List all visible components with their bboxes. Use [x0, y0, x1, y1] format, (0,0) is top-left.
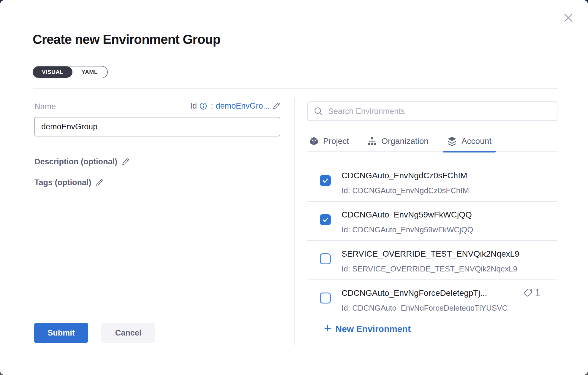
- tab-project-label: Project: [323, 136, 349, 146]
- tab-organization-label: Organization: [381, 136, 429, 146]
- tab-account-label: Account: [461, 136, 491, 146]
- toggle-yaml[interactable]: YAML: [72, 66, 107, 78]
- environment-id: Id: CDCNGAuto_EnvNgForceDeletegpTjYUSVC: [342, 303, 557, 311]
- screen: Create new Environment Group VISUAL YAML…: [0, 0, 588, 375]
- environment-list-item[interactable]: SERVICE_OVERRIDE_TEST_ENVQik2NqexL9 Id: …: [307, 241, 557, 280]
- scope-tabs: Project Organization Account: [307, 131, 557, 152]
- new-environment-label: New Environment: [336, 324, 411, 334]
- environment-name: CDCNGAuto_EnvNg59wFkWCjQQ: [342, 210, 557, 220]
- environment-list: CDCNGAuto_EnvNgdCz0sFChIM Id: CDCNGAuto_…: [307, 163, 557, 311]
- submit-button[interactable]: Submit: [34, 323, 88, 343]
- id-label: Id: [190, 101, 197, 111]
- environment-list-item[interactable]: CDCNGAuto_EnvNgForceDeletegpTj... Id: CD…: [307, 280, 557, 311]
- tab-project[interactable]: Project: [307, 131, 351, 151]
- environment-checkbox-checked[interactable]: [320, 214, 331, 225]
- tab-organization[interactable]: Organization: [366, 131, 430, 151]
- edit-description-pencil-icon[interactable]: [121, 158, 129, 166]
- create-environment-group-modal: Create new Environment Group VISUAL YAML…: [0, 0, 588, 375]
- environment-list-item[interactable]: CDCNGAuto_EnvNgdCz0sFChIM Id: CDCNGAuto_…: [307, 163, 557, 202]
- cancel-button[interactable]: Cancel: [101, 323, 155, 343]
- environment-id: Id: SERVICE_OVERRIDE_TEST_ENVQik2NqexL9: [342, 264, 557, 274]
- environment-checkbox-unchecked[interactable]: [320, 293, 331, 304]
- environment-name: CDCNGAuto_EnvNgdCz0sFChIM: [342, 171, 557, 181]
- environments-panel: Project Organization Account: [307, 98, 557, 350]
- plus-icon: +: [324, 324, 331, 333]
- toggle-visual[interactable]: VISUAL: [33, 66, 72, 78]
- environment-list-item[interactable]: CDCNGAuto_EnvNg59wFkWCjQQ Id: CDCNGAuto_…: [307, 202, 557, 241]
- name-input[interactable]: [34, 117, 280, 136]
- close-icon: [563, 12, 574, 23]
- environment-checkbox-unchecked[interactable]: [320, 253, 331, 264]
- tag-icon: [524, 288, 533, 297]
- panel-divider: [294, 98, 295, 345]
- search-input[interactable]: [328, 107, 551, 116]
- header-divider: [33, 88, 558, 89]
- edit-tags-pencil-icon[interactable]: [95, 179, 103, 187]
- tags-label: Tags (optional): [34, 178, 91, 187]
- info-icon[interactable]: [200, 102, 207, 110]
- id-value[interactable]: demoEnvGro...: [216, 101, 270, 111]
- id-separator: :: [211, 101, 213, 111]
- description-label: Description (optional): [34, 157, 117, 166]
- page-title: Create new Environment Group: [33, 32, 220, 47]
- org-chart-icon: [367, 136, 377, 146]
- id-row: Id : demoEnvGro...: [175, 101, 280, 111]
- environment-id: Id: CDCNGAuto_EnvNg59wFkWCjQQ: [342, 225, 557, 234]
- description-row: Description (optional): [34, 157, 129, 166]
- new-environment-button[interactable]: + New Environment: [324, 324, 411, 334]
- cube-icon: [309, 136, 319, 146]
- name-label: Name: [34, 102, 56, 111]
- tag-count: 1: [535, 287, 540, 298]
- search-box: [307, 101, 557, 121]
- environment-name: SERVICE_OVERRIDE_TEST_ENVQik2NqexL9: [342, 249, 557, 259]
- environment-checkbox-checked[interactable]: [320, 175, 331, 186]
- visual-yaml-toggle: VISUAL YAML: [33, 66, 108, 78]
- search-icon: [314, 107, 323, 116]
- tags-badge: 1: [524, 287, 540, 298]
- tab-account[interactable]: Account: [445, 131, 493, 151]
- environment-id: Id: CDCNGAuto_EnvNgdCz0sFChIM: [342, 186, 557, 195]
- close-button[interactable]: [562, 11, 575, 24]
- edit-id-pencil-icon[interactable]: [272, 102, 280, 110]
- tags-row: Tags (optional): [34, 178, 103, 187]
- layers-icon: [447, 136, 457, 146]
